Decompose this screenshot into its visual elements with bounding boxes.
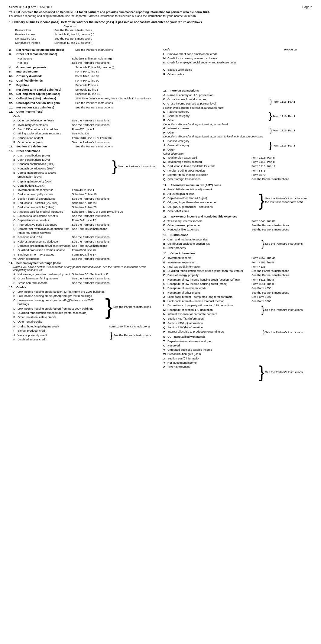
list-item: F Other — [163, 118, 268, 122]
section20-r-brace-instruction: See the Partner's Instructions — [265, 330, 312, 334]
brace-symbol: } — [261, 237, 264, 250]
list-item: Q Other foreign transactions See the Par… — [163, 177, 312, 181]
list-item: N Credit for employer social security an… — [163, 60, 312, 64]
list-item: K Disabled access credit — [9, 337, 109, 341]
list-item: F Other AMT items — [163, 209, 258, 213]
list-item: B Adjusted gain or loss — [163, 192, 258, 196]
brace-symbol: } — [105, 290, 113, 324]
section20-z-brace-instruction: See the Partner's Instructions — [265, 365, 312, 379]
list-item: Y Net investment income — [163, 361, 312, 365]
list-item: B Involuntary conversions See the Partne… — [9, 123, 157, 127]
list-item: 3. Other net rental income (loss) — [9, 52, 157, 56]
list-item: C Gross income sourced at partner level — [163, 101, 269, 105]
list-item: A Name of country or U.S. possession — [163, 93, 312, 97]
page-number: Page 2 — [302, 5, 312, 9]
list-item: N Reduction in taxes available for credi… — [163, 164, 312, 168]
brace-instruction: Form 1116, Part I — [273, 97, 312, 106]
list-item: K Look-back interest—income forecast met… — [163, 299, 312, 303]
list-item: A Post-1986 depreciation adjustment — [163, 187, 258, 191]
list-item: C Fuel tax credit information Form 4136 — [163, 265, 312, 269]
list-item: N Interest expense for corporate partner… — [163, 312, 261, 316]
list-item: P Section 453A(c) information — [163, 321, 312, 325]
list-item: D Noncash contributions (30%) — [9, 166, 112, 170]
deductions-label1: Deductions allocated and apportioned at … — [163, 123, 312, 126]
list-item: W Other deductions See the Partner's Ins… — [9, 257, 157, 261]
list-item: T Domestic production activities informa… — [9, 244, 157, 248]
list-item: H Investment interest expense Form 4952,… — [9, 188, 157, 192]
other-info-label: Other information — [163, 152, 312, 155]
list-item: O Foreign trading gross receipts Form 88… — [163, 169, 312, 172]
list-item: 8. Net short-term capital gain (loss) Sc… — [9, 88, 157, 92]
section18-header: 18. Tax-exempt income and nondeductible … — [163, 214, 312, 219]
report-on-header: Report on — [63, 24, 312, 28]
list-item: M Recapture of section 179 deduction — [163, 308, 261, 312]
note-text: Note: If you have a section 179 deductio… — [13, 266, 157, 272]
list-item: B Gross farming or fishing income See th… — [9, 276, 157, 280]
list-item: A Cash and marketable securities — [163, 237, 261, 241]
list-item: 9c. Unrecaptured section 1250 gain See t… — [9, 101, 157, 105]
list-item: I Deductions—royalty income Schedule E, … — [9, 192, 157, 196]
list-item: F Other rental real estate credits — [9, 315, 105, 319]
list-item: 10. Net section 1231 gain (loss) See the… — [9, 105, 157, 110]
report-on-header-right: Report on — [284, 48, 297, 51]
form-title: Schedule K-1 (Form 1065) 2017 — [9, 5, 52, 9]
section19-header: 19. Distributions — [163, 233, 312, 237]
list-item: V Employer's Form W-2 wages Form 8903, l… — [9, 253, 157, 256]
list-item: Passive loss See the Partner's Instructi… — [15, 28, 312, 32]
section17-header: 17. Alternative minimum tax (AMT) items — [163, 183, 312, 187]
list-item: O Section 453(l)(3) information — [163, 317, 312, 320]
list-item: X Section 108(i) information — [163, 356, 312, 360]
list-item: C Other property — [163, 246, 261, 250]
list-item: B Distribution subject to section 737 — [163, 242, 261, 246]
list-item: C Noncash contributions (50%) — [9, 162, 112, 166]
brace-symbol: } — [112, 153, 117, 179]
list-item: I Recapture of other credits See the Par… — [163, 291, 312, 295]
list-item: V Unrelated business taxable income — [163, 348, 312, 352]
list-item: 9b. Collectibles (28%) gain (loss) 28% R… — [9, 96, 157, 101]
list-item: L Dispositions of property with section … — [163, 303, 261, 307]
list-item: 6b. Qualified dividends Form 1040, line … — [9, 79, 157, 83]
list-item: D Passive category — [163, 110, 268, 114]
code-header: Code — [163, 48, 170, 51]
list-item: 5. Interest income Form 1040, line 8a — [9, 69, 157, 74]
list-item: 11. Other income (loss) — [9, 110, 157, 114]
list-item: H Other — [163, 130, 269, 134]
list-item: M Total foreign taxes accrued Form 1116,… — [163, 160, 312, 164]
list-item: P Other credits — [163, 72, 312, 76]
brace-symbol: } — [270, 97, 272, 106]
section19-brace-instruction: See the Partner's Instructions — [265, 237, 312, 250]
list-item: E Qualified rehabilitation expenditures … — [9, 311, 105, 315]
list-item: A Tax-exempt interest income Form 1040, … — [163, 219, 312, 223]
foreign-gross-label: Foreign gross income sourced at partners… — [163, 106, 312, 109]
list-item: 14. Self-employment earnings (loss) — [9, 261, 157, 265]
list-item: E Capital gain property to a 50% organiz… — [9, 171, 112, 179]
list-item: J Work opportunity credit — [9, 333, 109, 337]
brace-instruction: Form 1116, Part I — [273, 110, 312, 123]
list-item: T Depletion information—oil and gas — [163, 339, 312, 343]
list-item: G Other rental credits — [9, 320, 105, 324]
list-item: R Pensions and IRAs See the Partner's In… — [9, 235, 157, 239]
section16-header: 16. Foreign transactions — [163, 89, 312, 93]
list-item: Passive income Schedule E, line 28, colu… — [15, 32, 312, 37]
list-item: C Nondeductible expenses See the Partner… — [163, 227, 312, 231]
list-item: F Other income (loss) See the Partner's … — [9, 140, 157, 144]
list-item: 4. Guaranteed payments Schedule E, line … — [9, 65, 157, 69]
list-item: C Depletion (other than oil & gas) — [163, 196, 258, 200]
section20-header: 20. Other information — [163, 251, 312, 256]
list-item: A Low-income housing credit (section 42(… — [9, 290, 105, 294]
brace-symbol: } — [259, 187, 264, 213]
list-item: Nonpassive loss See the Partner's Instru… — [15, 37, 312, 41]
list-item: O Backup withholding — [163, 68, 312, 72]
list-item: D Oil, gas, & geothermal—gross income — [163, 200, 258, 204]
intro-paragraph: This list identifies the codes used on S… — [9, 10, 312, 18]
list-item: L Deductions—portfolio (other) Schedule … — [9, 205, 157, 209]
list-item: F Capital gain property (20%) — [9, 179, 157, 183]
list-item: 9a. Net long-term capital gain (loss) Sc… — [9, 92, 157, 96]
ordinary-income-items: Passive loss See the Partner's Instructi… — [15, 28, 312, 45]
list-item: R Interest allocable to production expen… — [163, 330, 262, 333]
list-item: 13. Other deductions — [9, 149, 157, 153]
list-item: D Qualified rehabilitation expenditures … — [163, 269, 312, 273]
brace-symbol: } — [269, 139, 272, 152]
section20-lmn-brace-instruction: See the Partner's Instructions — [265, 303, 312, 316]
brace-symbol: } — [261, 303, 264, 316]
